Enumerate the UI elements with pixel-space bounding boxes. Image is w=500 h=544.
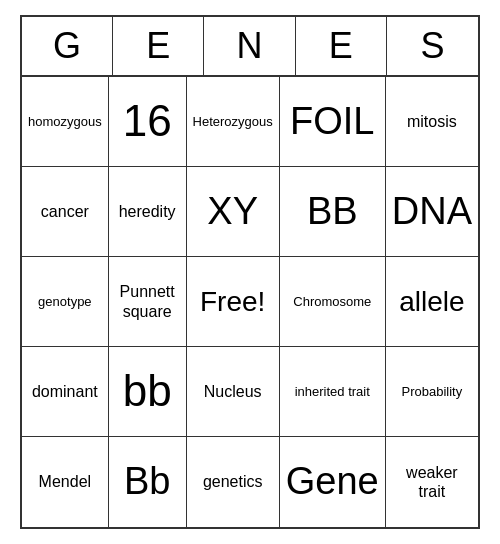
cell-text: DNA <box>392 189 472 235</box>
cell-0-0: homozygous <box>22 77 109 167</box>
cell-text: allele <box>399 285 464 319</box>
cell-text: 16 <box>123 95 172 148</box>
cell-2-0: genotype <box>22 257 109 347</box>
cell-text: Punnett square <box>115 282 180 320</box>
cell-text: Probability <box>402 384 463 400</box>
cell-4-2: genetics <box>187 437 280 527</box>
cell-text: FOIL <box>290 99 374 145</box>
cell-text: bb <box>123 365 172 418</box>
cell-text: heredity <box>119 202 176 221</box>
cell-3-0: dominant <box>22 347 109 437</box>
cell-2-3: Chromosome <box>280 257 386 347</box>
cell-1-3: BB <box>280 167 386 257</box>
cell-text: Free! <box>200 285 265 319</box>
cell-text: cancer <box>41 202 89 221</box>
cell-text: weaker trait <box>392 463 472 501</box>
cell-text: Chromosome <box>293 294 371 310</box>
bingo-card: GENES homozygous16HeterozygousFOILmitosi… <box>20 15 480 529</box>
cell-text: Nucleus <box>204 382 262 401</box>
cell-0-1: 16 <box>109 77 187 167</box>
header-letter: G <box>22 17 113 75</box>
cell-2-1: Punnett square <box>109 257 187 347</box>
cell-3-3: inherited trait <box>280 347 386 437</box>
cell-4-1: Bb <box>109 437 187 527</box>
cell-text: genotype <box>38 294 92 310</box>
cell-3-1: bb <box>109 347 187 437</box>
cell-0-4: mitosis <box>386 77 478 167</box>
cell-0-3: FOIL <box>280 77 386 167</box>
cell-4-0: Mendel <box>22 437 109 527</box>
cell-text: dominant <box>32 382 98 401</box>
cell-text: genetics <box>203 472 263 491</box>
cell-text: Mendel <box>39 472 91 491</box>
cell-4-3: Gene <box>280 437 386 527</box>
cell-text: Gene <box>286 459 379 505</box>
bingo-grid: homozygous16HeterozygousFOILmitosiscance… <box>22 77 478 527</box>
cell-2-4: allele <box>386 257 478 347</box>
cell-3-4: Probability <box>386 347 478 437</box>
cell-text: BB <box>307 189 358 235</box>
cell-1-1: heredity <box>109 167 187 257</box>
cell-1-4: DNA <box>386 167 478 257</box>
cell-2-2: Free! <box>187 257 280 347</box>
header-letter: E <box>296 17 387 75</box>
cell-text: Heterozygous <box>193 114 273 130</box>
bingo-header: GENES <box>22 17 478 77</box>
cell-4-4: weaker trait <box>386 437 478 527</box>
cell-text: XY <box>207 189 258 235</box>
cell-text: Bb <box>124 459 170 505</box>
header-letter: S <box>387 17 478 75</box>
cell-1-0: cancer <box>22 167 109 257</box>
header-letter: N <box>204 17 295 75</box>
cell-text: inherited trait <box>295 384 370 400</box>
cell-1-2: XY <box>187 167 280 257</box>
cell-3-2: Nucleus <box>187 347 280 437</box>
header-letter: E <box>113 17 204 75</box>
cell-0-2: Heterozygous <box>187 77 280 167</box>
cell-text: homozygous <box>28 114 102 130</box>
cell-text: mitosis <box>407 112 457 131</box>
